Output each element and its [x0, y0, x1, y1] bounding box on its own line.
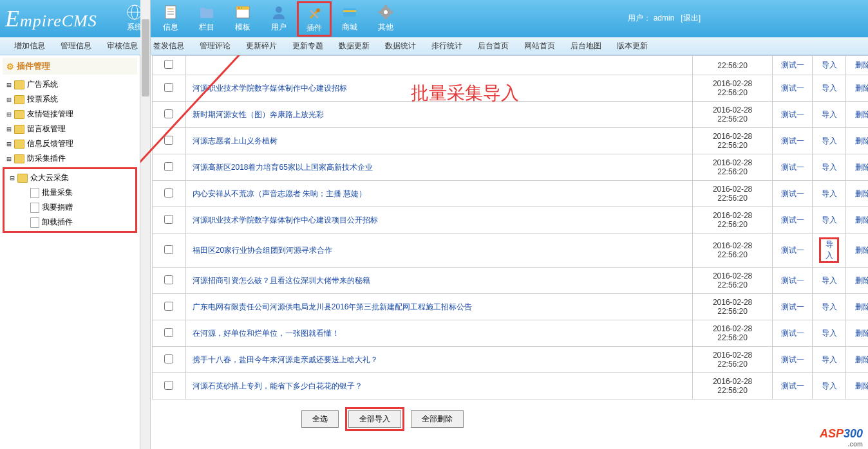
row-checkbox[interactable] [164, 275, 173, 284]
nav-item-doc[interactable]: 信息 [153, 1, 189, 37]
row-user[interactable]: 测试一 [781, 163, 804, 172]
subnav-link[interactable]: 更新专题 [285, 41, 331, 51]
import-link[interactable]: 导入 [822, 329, 837, 338]
tree-item[interactable]: ⊞留言板管理 [3, 122, 137, 136]
row-user[interactable]: 测试一 [781, 302, 804, 311]
import-link[interactable]: 导入 [822, 163, 837, 172]
row-title[interactable]: 福田区20家行业协会组团到河源寻求合作 [193, 246, 332, 255]
row-user[interactable]: 测试一 [781, 60, 804, 69]
tree-item[interactable]: ⊞信息反馈管理 [3, 136, 137, 151]
tree-item[interactable]: ⊞友情链接管理 [3, 107, 137, 122]
import-link[interactable]: 导入 [822, 302, 837, 311]
import-link[interactable]: 导入 [826, 240, 833, 260]
subnav-link[interactable]: 后台地图 [563, 41, 609, 51]
import-link[interactable]: 导入 [822, 355, 837, 364]
tree-sub-item[interactable]: 我要捐赠 [6, 200, 134, 215]
tree-item-parent[interactable]: ⊟ 众大云采集 [6, 170, 134, 185]
delete-link[interactable]: 删除 [855, 246, 868, 255]
expand-icon[interactable]: ⊞ [5, 80, 13, 89]
delete-link[interactable]: 删除 [855, 110, 868, 119]
row-title[interactable]: 河源招商引资怎么破？且看这位深圳大佬带来的秘籍 [193, 276, 370, 285]
row-checkbox[interactable] [164, 162, 173, 171]
expand-icon[interactable]: ⊞ [5, 95, 13, 104]
import-link[interactable]: 导入 [822, 136, 837, 145]
row-title[interactable]: 河源高新区2018着力培育65家以上国家高新技术企业 [193, 163, 373, 172]
row-user[interactable]: 测试一 [781, 84, 804, 93]
row-checkbox[interactable] [164, 188, 173, 197]
subnav-link[interactable]: 增加信息 [6, 41, 53, 51]
nav-item-user[interactable]: 用户 [261, 1, 297, 37]
nav-item-window[interactable]: 模板 [225, 1, 261, 37]
delete-all-button[interactable]: 全部删除 [411, 410, 464, 428]
subnav-link[interactable]: 排行统计 [424, 41, 470, 51]
delete-link[interactable]: 删除 [855, 189, 868, 198]
import-link[interactable]: 导入 [822, 215, 837, 225]
expand-icon[interactable]: ⊞ [5, 125, 13, 134]
tree-sub-item[interactable]: 卸载插件 [6, 215, 134, 230]
subnav-link[interactable]: 数据统计 [377, 41, 424, 51]
import-link[interactable]: 导入 [822, 276, 837, 285]
expand-icon[interactable]: ⊞ [5, 140, 13, 149]
row-checkbox[interactable] [164, 302, 173, 311]
row-title[interactable]: 内心安祥从不荒凉（声音志愿者 朱响；主播 慧婕） [193, 189, 367, 198]
tree-item[interactable]: ⊞防采集插件 [3, 151, 137, 166]
subnav-link[interactable]: 管理评论 [192, 41, 238, 51]
delete-link[interactable]: 删除 [855, 381, 868, 390]
row-checkbox[interactable] [164, 60, 173, 69]
nav-item-card[interactable]: 商城 [332, 1, 368, 37]
row-title[interactable]: 广东电网有限责任公司河源供电局龙川县2016年第三批新建配网工程施工招标公告 [193, 302, 473, 311]
delete-link[interactable]: 删除 [855, 329, 868, 338]
subnav-link[interactable]: 管理信息 [53, 41, 99, 51]
delete-link[interactable]: 删除 [855, 302, 868, 311]
row-user[interactable]: 测试一 [781, 381, 804, 390]
row-title[interactable]: 新时期河源女性（图）奔康路上放光彩 [193, 110, 324, 119]
subnav-link[interactable]: 后台首页 [470, 41, 516, 51]
tree-item[interactable]: ⊞广告系统 [3, 77, 137, 92]
row-user[interactable]: 测试一 [781, 189, 804, 198]
subnav-link[interactable]: 版本更新 [609, 41, 656, 51]
import-all-button[interactable]: 全部导入 [348, 410, 401, 428]
delete-link[interactable]: 删除 [855, 163, 868, 172]
row-title[interactable]: 河源职业技术学院数字媒体制作中心建设项目公开招标 [193, 215, 378, 225]
row-title[interactable]: 携手十八春，盐田今年来河源走亲戚还要送上啥大礼？ [193, 355, 378, 364]
import-link[interactable]: 导入 [822, 189, 837, 198]
import-link[interactable]: 导入 [822, 84, 837, 93]
nav-item-folder[interactable]: 栏目 [189, 1, 225, 37]
subnav-link[interactable]: 签发信息 [146, 41, 192, 51]
import-link[interactable]: 导入 [822, 381, 837, 390]
delete-link[interactable]: 删除 [855, 60, 868, 69]
delete-link[interactable]: 删除 [855, 84, 868, 93]
expand-icon[interactable]: ⊞ [5, 154, 13, 163]
subnav-link[interactable]: 数据更新 [331, 41, 377, 51]
row-checkbox[interactable] [164, 136, 173, 145]
subnav-link[interactable]: 审核信息 [99, 41, 146, 51]
delete-link[interactable]: 删除 [855, 276, 868, 285]
nav-item-gear[interactable]: 其他 [368, 1, 404, 37]
logout-link[interactable]: [退出] [681, 14, 701, 23]
tree-item[interactable]: ⊞投票系统 [3, 92, 137, 107]
row-checkbox[interactable] [164, 215, 173, 224]
import-link[interactable]: 导入 [822, 60, 837, 69]
row-checkbox[interactable] [164, 83, 173, 92]
row-user[interactable]: 测试一 [781, 246, 804, 255]
row-title[interactable]: 河源石英砂搭上专列，能省下多少白花花的银子？ [193, 381, 363, 390]
delete-link[interactable]: 删除 [855, 136, 868, 145]
row-checkbox[interactable] [164, 381, 173, 390]
expand-icon[interactable]: ⊞ [5, 110, 13, 119]
expand-icon[interactable]: ⊟ [8, 174, 16, 183]
row-checkbox[interactable] [164, 245, 173, 254]
row-checkbox[interactable] [164, 354, 173, 363]
row-user[interactable]: 测试一 [781, 110, 804, 119]
row-user[interactable]: 测试一 [781, 329, 804, 338]
tree-sub-item[interactable]: 批量采集 [6, 185, 134, 200]
delete-link[interactable]: 删除 [855, 215, 868, 225]
subnav-link[interactable]: 网站首页 [516, 41, 563, 51]
row-user[interactable]: 测试一 [781, 215, 804, 225]
row-title[interactable]: 河源职业技术学院数字媒体制作中心建设招标 [193, 84, 347, 93]
nav-item-tools[interactable]: 插件 [297, 1, 332, 37]
row-title[interactable]: 在河源，好单位和烂单位，一张图就看懂！ [193, 329, 339, 338]
select-all-button[interactable]: 全选 [301, 410, 339, 428]
delete-link[interactable]: 删除 [855, 355, 868, 364]
row-checkbox[interactable] [164, 109, 173, 118]
row-user[interactable]: 测试一 [781, 355, 804, 364]
